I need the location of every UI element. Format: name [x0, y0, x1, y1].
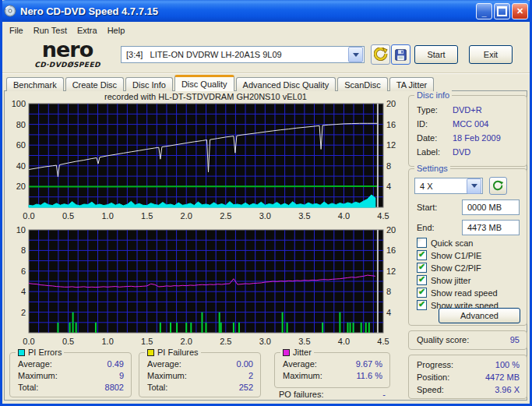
- svg-text:1.0: 1.0: [101, 337, 113, 346]
- pie-speed-chart: 20406080100481216200.00.51.01.52.02.53.0…: [6, 98, 405, 223]
- tab-disc-quality[interactable]: Disc Quality: [174, 75, 234, 91]
- chevron-down-icon: [353, 53, 359, 57]
- pie-total-label: Total:: [18, 383, 38, 392]
- pif-legend-icon: [147, 349, 154, 356]
- pi-failures-caption: PI Failures: [157, 348, 199, 357]
- refresh-icon: [492, 180, 504, 192]
- svg-text:3.0: 3.0: [259, 211, 271, 221]
- jitter-average-label: Average:: [283, 359, 317, 369]
- pif-total-label: Total:: [147, 383, 167, 392]
- speed-value: 3.96 X: [495, 385, 520, 394]
- tab-create-disc[interactable]: Create Disc: [65, 77, 124, 91]
- tab-disc-info[interactable]: Disc Info: [125, 77, 173, 91]
- pie-average-label: Average:: [18, 359, 52, 369]
- show-read-speed-checkbox[interactable]: Show read speed: [417, 288, 498, 298]
- pie-maximum-value: 9: [119, 371, 124, 380]
- svg-text:1.0: 1.0: [101, 211, 113, 221]
- title-bar: Nero CD-DVD Speed 4.7.7.15 _ ✕: [0, 0, 532, 22]
- svg-text:0.0: 0.0: [23, 337, 34, 346]
- header-divider: [2, 72, 530, 74]
- disc-label-label: Label:: [417, 147, 453, 157]
- jitter-legend-icon: [283, 349, 290, 356]
- svg-text:8: 8: [386, 287, 391, 296]
- nero-logo-subtitle: CD·DVDØSPEED: [19, 62, 116, 69]
- jitter-maximum-label: Maximum:: [283, 371, 322, 380]
- disc-type-label: Type:: [417, 105, 453, 115]
- quick-scan-checkbox[interactable]: Quick scan: [417, 238, 473, 248]
- eject-disc-button[interactable]: [371, 44, 390, 65]
- pif-average-label: Average:: [147, 359, 181, 369]
- progress-group: Progress:100 % Position:4472 MB Speed:3.…: [408, 355, 527, 399]
- show-c1-pie-checkbox[interactable]: Show C1/PIE: [417, 250, 481, 260]
- jitter-maximum-value: 11.6 %: [357, 371, 382, 380]
- drive-select[interactable]: [3:4] LITE-ON DVDRW LH-20A1S 9L09: [121, 46, 365, 63]
- show-c2-pif-label: Show C2/PIF: [431, 263, 481, 273]
- svg-text:4: 4: [21, 287, 26, 296]
- disc-date-value: 18 Feb 2009: [453, 133, 501, 143]
- tab-scandisc[interactable]: ScanDisc: [337, 77, 387, 91]
- svg-text:16: 16: [386, 120, 396, 129]
- disc-id-label: ID:: [417, 119, 453, 129]
- disc-date-label: Date:: [417, 133, 453, 143]
- scan-speed-select[interactable]: 4 X: [414, 178, 483, 194]
- menu-file[interactable]: File: [5, 24, 30, 37]
- show-jitter-label: Show jitter: [431, 276, 470, 285]
- show-jitter-checkbox[interactable]: Show jitter: [417, 275, 470, 285]
- menu-help[interactable]: Help: [104, 24, 132, 37]
- svg-text:0.5: 0.5: [62, 211, 74, 221]
- scan-speed-dropdown-button[interactable]: [467, 178, 481, 194]
- pif-maximum-value: 2: [248, 371, 253, 380]
- close-button[interactable]: ✕: [512, 3, 528, 19]
- jitter-average-value: 9.67 %: [356, 359, 382, 369]
- pif-average-value: 0.00: [237, 359, 253, 369]
- show-c2-pif-checkbox[interactable]: Show C2/PIF: [417, 263, 481, 273]
- svg-text:0.5: 0.5: [62, 337, 74, 346]
- quality-score-group: Quality score:95: [408, 330, 527, 350]
- tab-ta-jitter[interactable]: TA Jitter: [389, 77, 435, 91]
- maximize-button[interactable]: [494, 3, 510, 19]
- svg-text:4.0: 4.0: [338, 337, 350, 346]
- po-failures-row: PO failures: -: [279, 390, 386, 399]
- position-value: 4472 MB: [485, 372, 520, 382]
- svg-text:80: 80: [16, 120, 26, 129]
- po-failures-label: PO failures:: [279, 390, 323, 399]
- start-button[interactable]: Start: [414, 45, 458, 64]
- scan-end-field[interactable]: 4473 MB: [462, 220, 520, 235]
- svg-text:2.5: 2.5: [220, 337, 231, 346]
- window-title: Nero CD-DVD Speed 4.7.7.15: [20, 5, 474, 17]
- tab-benchmark[interactable]: Benchmark: [6, 77, 64, 91]
- quality-score-label: Quality score:: [417, 335, 469, 344]
- disc-info-caption: Disc info: [414, 90, 452, 100]
- menu-bar: File Run Test Extra Help: [2, 23, 532, 37]
- settings-caption: Settings: [414, 164, 450, 173]
- tab-advanced-disc-quality[interactable]: Advanced Disc Quality: [236, 77, 336, 91]
- menu-extra[interactable]: Extra: [73, 24, 104, 37]
- drive-select-value: [3:4] LITE-ON DVDRW LH-20A1S 9L09: [122, 50, 348, 59]
- jitter-caption: Jitter: [293, 348, 312, 357]
- svg-text:60: 60: [16, 140, 26, 150]
- svg-text:20: 20: [16, 182, 26, 191]
- svg-text:2.0: 2.0: [181, 211, 192, 221]
- svg-text:4.5: 4.5: [377, 211, 389, 221]
- pif-maximum-label: Maximum:: [147, 371, 187, 380]
- eject-disc-icon: [374, 48, 388, 62]
- minimize-button[interactable]: _: [476, 3, 492, 19]
- show-read-speed-label: Show read speed: [431, 288, 498, 298]
- pi-errors-group: PI Errors Average:0.49 Maximum:9 Total:8…: [9, 352, 132, 397]
- svg-text:1.5: 1.5: [141, 211, 153, 221]
- progress-value: 100 %: [495, 360, 520, 369]
- app-window: Nero CD-DVD Speed 4.7.7.15 _ ✕ File Run …: [0, 0, 532, 406]
- pie-maximum-label: Maximum:: [18, 371, 58, 380]
- disc-type-value: DVD+R: [453, 105, 482, 115]
- menu-run-test[interactable]: Run Test: [30, 24, 73, 37]
- scan-start-field[interactable]: 0000 MB: [462, 199, 520, 215]
- save-results-button[interactable]: [391, 44, 410, 65]
- refresh-disc-button[interactable]: [489, 177, 507, 195]
- checkbox-icon: [417, 250, 427, 260]
- minimize-icon: _: [481, 8, 486, 17]
- drive-select-dropdown-button[interactable]: [348, 47, 363, 62]
- exit-button[interactable]: Exit: [469, 45, 513, 64]
- chevron-down-icon: [471, 184, 477, 188]
- tab-bar: Benchmark Create Disc Disc Info Disc Qua…: [6, 75, 435, 91]
- advanced-button[interactable]: Advanced: [439, 308, 520, 323]
